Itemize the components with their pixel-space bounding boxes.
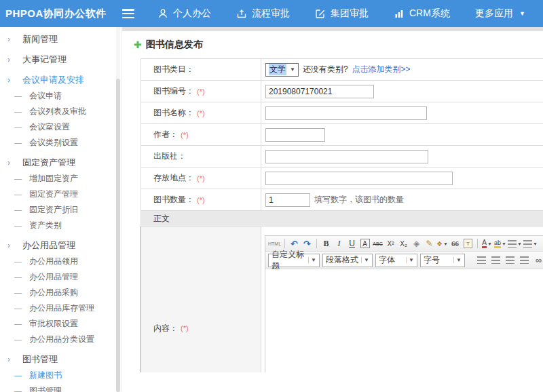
nav-item-label: 个人办公: [173, 7, 211, 20]
sidebar-item-会议室设置[interactable]: —会议室设置: [0, 119, 121, 135]
book-name-input[interactable]: [265, 106, 427, 120]
html-source-icon[interactable]: HTML: [268, 238, 281, 250]
sidebar-item-办公用品分类设置[interactable]: —办公用品分类设置: [0, 332, 121, 347]
sidebar-group-固定资产管理[interactable]: ›固定资产管理: [0, 155, 121, 171]
ordered-list-icon[interactable]: ▼: [508, 238, 522, 250]
caret-down-icon: ▼: [533, 241, 538, 246]
caret-down-icon: ▼: [453, 257, 462, 263]
toolbar-divider: [477, 239, 478, 248]
highlight-color-icon[interactable]: ab▼: [494, 238, 506, 250]
editor-content-area[interactable]: [265, 269, 543, 372]
sidebar-item-审批权限设置[interactable]: —审批权限设置: [0, 316, 121, 332]
sidebar-item-固定资产折旧[interactable]: —固定资产折旧: [0, 202, 121, 218]
storage-location-input[interactable]: [265, 172, 453, 185]
chevron-right-icon: ›: [7, 72, 16, 88]
sidebar-item-办公用品采购[interactable]: —办公用品采购: [0, 285, 121, 300]
sidebar-item-增加固定资产[interactable]: —增加固定资产: [0, 171, 121, 187]
align-left-icon[interactable]: [476, 254, 487, 266]
sidebar-group-图书管理[interactable]: ›图书管理: [0, 351, 121, 368]
dash-icon: —: [14, 269, 23, 285]
sidebar-item-办公用品管理[interactable]: —办公用品管理: [0, 269, 121, 285]
sidebar-item-新建图书[interactable]: —新建图书: [0, 368, 121, 383]
nav-item-label: 流程审批: [252, 7, 290, 20]
form-row-storage-location: 存放地点：(*): [141, 168, 543, 189]
sidebar-item-图书管理[interactable]: —图书管理: [0, 383, 121, 392]
add-plus-icon: ✚: [134, 40, 142, 50]
undo-icon[interactable]: ↶: [288, 238, 300, 250]
nav-item-5[interactable]: 更多应用▼: [475, 7, 525, 20]
user-icon: [157, 8, 168, 19]
form-row-book-number: 图书编号：(*): [141, 81, 543, 102]
sidebar-item-label: 会议类别设置: [29, 135, 78, 151]
author-input[interactable]: [265, 128, 325, 142]
toolbar-divider: [316, 239, 317, 248]
subscript-icon[interactable]: X₂: [398, 238, 409, 250]
nav-item-4[interactable]: CRM系统: [394, 7, 450, 20]
sidebar-item-资产类别[interactable]: —资产类别: [0, 218, 121, 233]
italic-icon[interactable]: I: [333, 238, 345, 250]
section-header-body: 正文: [141, 211, 543, 227]
paragraph-format-select[interactable]: 段落格式▼: [322, 254, 373, 267]
add-category-link[interactable]: 点击添加类别>>: [352, 64, 411, 75]
caret-down-icon: ▼: [517, 241, 522, 246]
nav-item-label: CRM系统: [409, 7, 450, 20]
category-select[interactable]: 文学 ▼: [265, 63, 299, 77]
sidebar-item-label: 会议申请及安排: [22, 72, 84, 88]
dash-icon: —: [14, 368, 23, 383]
sidebar-group-新闻管理[interactable]: ›新闻管理: [0, 31, 121, 47]
hamburger-menu-icon[interactable]: [122, 9, 136, 18]
font-family-select[interactable]: 字体▼: [375, 254, 417, 267]
book-name-label: 图书名称：(*): [141, 102, 261, 123]
boxed-text-icon[interactable]: A: [359, 238, 371, 250]
align-right-icon[interactable]: [504, 254, 516, 266]
sidebar-item-label: 图书管理: [22, 351, 58, 368]
nav-item-label: 集团审批: [331, 7, 369, 20]
blockquote-icon[interactable]: 66: [449, 238, 461, 250]
sidebar-item-label: 办公用品管理: [29, 269, 78, 285]
redo-icon[interactable]: ↷: [301, 238, 313, 250]
sidebar-item-label: 办公用品分类设置: [29, 332, 94, 347]
sidebar-item-办公用品库存管理[interactable]: —办公用品库存管理: [0, 300, 121, 316]
format-painter-icon[interactable]: ✎: [424, 238, 435, 250]
align-center-icon[interactable]: [490, 254, 502, 266]
bold-icon[interactable]: B: [320, 238, 332, 250]
sidebar-item-办公用品领用[interactable]: —办公用品领用: [0, 254, 121, 269]
chevron-right-icon: ›: [7, 237, 16, 254]
sidebar-group-会议申请及安排[interactable]: ›会议申请及安排: [0, 72, 121, 88]
quantity-input[interactable]: [265, 193, 310, 207]
underline-icon[interactable]: U: [346, 238, 358, 250]
app-root: PHPOA协同办公软件 个人办公流程审批集团审批CRM系统更多应用▼ ›新闻管理…: [0, 0, 543, 392]
nav-item-3[interactable]: 集团审批: [315, 7, 369, 20]
dash-icon: —: [14, 88, 23, 104]
custom-heading-select[interactable]: 自定义标题▼: [268, 254, 320, 267]
align-justify-icon[interactable]: [519, 254, 530, 266]
sidebar-scrollbar-thumb[interactable]: [116, 79, 120, 392]
required-mark: (*): [181, 131, 189, 139]
publisher-label: 出版社：: [141, 146, 261, 167]
nav-item-1[interactable]: 个人办公: [157, 7, 211, 20]
sidebar-item-会议申请[interactable]: —会议申请: [0, 88, 121, 104]
caret-down-icon: ▼: [361, 257, 369, 263]
sidebar-item-会议列表及审批[interactable]: —会议列表及审批: [0, 104, 121, 119]
sidebar-item-label: 办公用品管理: [22, 237, 75, 254]
paste-plain-text-icon[interactable]: T: [462, 238, 474, 250]
sidebar-group-大事记管理[interactable]: ›大事记管理: [0, 52, 121, 68]
font-size-select[interactable]: 字号▼: [420, 254, 465, 267]
page-title: 图书信息发布: [146, 39, 203, 51]
publisher-input[interactable]: [265, 150, 428, 163]
book-number-input[interactable]: [265, 85, 374, 98]
link-icon[interactable]: ∞: [533, 254, 543, 266]
nav-item-2[interactable]: 流程审批: [236, 7, 290, 20]
sidebar-item-label: 审批权限设置: [29, 316, 78, 332]
font-color-icon[interactable]: A▼: [481, 238, 493, 250]
sidebar-item-固定资产管理[interactable]: —固定资产管理: [0, 187, 121, 202]
eraser-icon[interactable]: ◈: [411, 238, 422, 250]
dash-icon: —: [14, 218, 23, 233]
superscript-icon[interactable]: X²: [385, 238, 396, 250]
color-sweep-icon[interactable]: ❖▼: [436, 238, 448, 250]
sidebar-group-办公用品管理[interactable]: ›办公用品管理: [0, 237, 121, 254]
unordered-list-icon[interactable]: ▼: [523, 238, 538, 250]
sidebar-item-会议类别设置[interactable]: —会议类别设置: [0, 135, 121, 151]
strikethrough-icon[interactable]: ABC: [372, 238, 383, 250]
rich-text-editor: HTML↶↷BIUAABCX²X₂◈✎❖▼66TA▼ab▼▼▼ 自定义标题▼段落…: [265, 235, 543, 372]
